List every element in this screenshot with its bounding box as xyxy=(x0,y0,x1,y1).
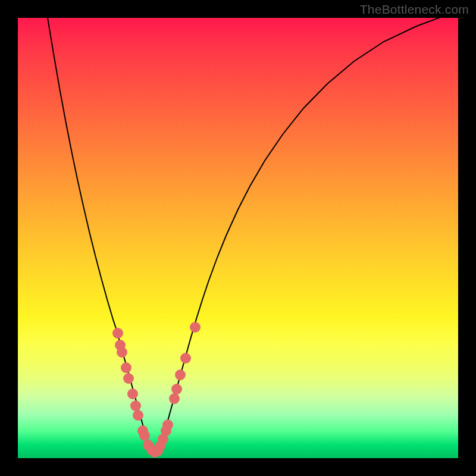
data-markers-group xyxy=(112,322,201,458)
data-marker xyxy=(162,419,173,430)
data-marker xyxy=(133,410,143,421)
watermark-text: TheBottleneck.com xyxy=(360,2,469,17)
data-marker xyxy=(121,362,131,373)
data-marker xyxy=(130,400,141,411)
data-marker xyxy=(139,430,150,441)
chart-overlay-svg xyxy=(18,18,458,458)
data-marker xyxy=(112,328,123,339)
data-marker xyxy=(175,369,186,380)
data-marker xyxy=(180,353,191,364)
data-marker xyxy=(127,389,138,399)
data-marker xyxy=(171,384,182,394)
data-marker xyxy=(169,393,180,404)
curve-left xyxy=(48,18,155,452)
data-marker xyxy=(117,347,127,358)
data-marker xyxy=(190,322,201,333)
chart-frame: TheBottleneck.com xyxy=(0,0,476,476)
curve-right xyxy=(155,18,458,452)
data-marker xyxy=(123,373,134,384)
